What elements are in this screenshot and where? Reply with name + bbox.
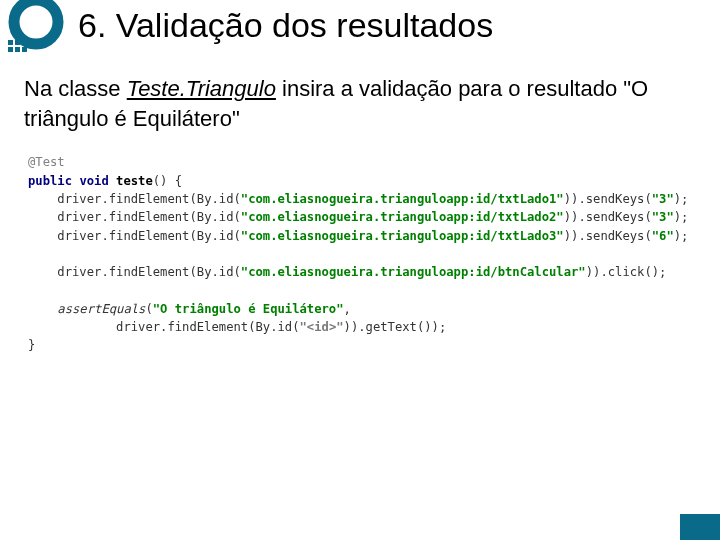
method-name: teste xyxy=(116,174,153,188)
brace-open: () { xyxy=(153,174,182,188)
code-line-4: driver.findElement(By.id("com.eliasnogue… xyxy=(57,265,666,279)
assert-line: assertEquals("O triângulo é Equilátero",… xyxy=(28,302,446,334)
slide-body: Na classe Teste.Triangulo insira a valid… xyxy=(0,56,720,393)
kw-public: public xyxy=(28,174,72,188)
brace-close: } xyxy=(28,338,35,352)
svg-rect-3 xyxy=(8,40,13,45)
svg-rect-5 xyxy=(22,40,27,45)
code-line-2: driver.findElement(By.id("com.eliasnogue… xyxy=(57,210,688,224)
code-line-3: driver.findElement(By.id("com.eliasnogue… xyxy=(57,229,688,243)
instr-prefix: Na classe xyxy=(24,76,127,101)
slide-header: 6. Validação dos resultados xyxy=(0,0,720,56)
class-name: Teste.Triangulo xyxy=(127,76,276,101)
kw-void: void xyxy=(79,174,108,188)
svg-rect-7 xyxy=(15,47,20,52)
svg-rect-4 xyxy=(15,40,20,45)
svg-rect-6 xyxy=(8,47,13,52)
logo xyxy=(0,0,72,56)
annotation: @Test xyxy=(28,155,65,169)
svg-rect-8 xyxy=(22,47,27,52)
instruction-text: Na classe Teste.Triangulo insira a valid… xyxy=(24,74,696,133)
page-title: 6. Validação dos resultados xyxy=(78,6,493,45)
code-line-1: driver.findElement(By.id("com.eliasnogue… xyxy=(57,192,688,206)
footer-accent xyxy=(680,514,720,540)
code-snippet: @Test public void teste() { driver.findE… xyxy=(28,153,692,354)
